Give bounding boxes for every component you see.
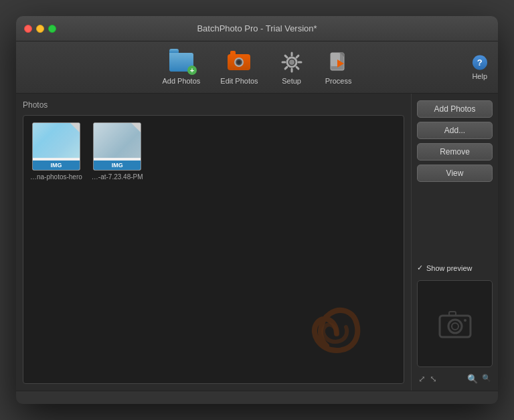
checkmark-icon: ✓ xyxy=(417,264,423,272)
window-title: BatchPhoto Pro - Trial Version* xyxy=(197,23,317,33)
zoom-in-icon[interactable]: 🔍 xyxy=(467,374,478,384)
toolbar-add-photos[interactable]: + Add Photos xyxy=(155,47,207,88)
edit-photos-icon xyxy=(228,54,250,70)
photos-section-label: Photos xyxy=(23,100,404,110)
photo-label-0: IMG xyxy=(33,161,80,170)
svg-point-18 xyxy=(464,319,466,322)
photo-icon-0: IMG xyxy=(32,122,80,171)
camera-placeholder-icon xyxy=(438,309,472,338)
process-icon-area xyxy=(326,49,351,75)
close-button[interactable] xyxy=(24,25,32,33)
svg-line-7 xyxy=(296,56,298,58)
plus-icon: + xyxy=(187,66,197,75)
add-photos-sidebar-button[interactable]: Add Photos xyxy=(417,100,493,118)
process-label: Process xyxy=(325,77,352,85)
toolbar-items: + Add Photos Edit Photos xyxy=(155,47,358,88)
show-preview-label: Show preview xyxy=(426,264,472,272)
traffic-lights xyxy=(24,25,56,33)
main-window: BatchPhoto Pro - Trial Version* + Add Ph… xyxy=(16,16,498,404)
content-area: Photos IMG …na-photos-hero xyxy=(16,94,498,391)
photos-panel: Photos IMG …na-photos-hero xyxy=(16,94,411,391)
add-photos-label: Add Photos xyxy=(162,77,200,85)
zoom-out-icon[interactable]: 🔍 xyxy=(482,374,491,384)
svg-point-16 xyxy=(452,323,458,330)
add-sidebar-button[interactable]: Add... xyxy=(417,122,493,139)
watermark-logo xyxy=(310,307,363,363)
photo-thumbnail-1 xyxy=(94,123,141,158)
add-photos-icon-area: + xyxy=(169,49,194,75)
gear-icon xyxy=(280,50,304,74)
toolbar-edit-photos[interactable]: Edit Photos xyxy=(213,47,264,88)
view-sidebar-button[interactable]: View xyxy=(417,165,493,182)
svg-line-5 xyxy=(285,56,287,58)
add-photos-icon: + xyxy=(169,53,193,72)
remove-sidebar-button[interactable]: Remove xyxy=(417,143,493,161)
photo-label-1: IMG xyxy=(94,161,141,170)
sidebar-spacer xyxy=(417,186,493,259)
toolbar-process[interactable]: Process xyxy=(319,47,359,88)
minimize-button[interactable] xyxy=(36,25,44,33)
help-circle-icon: ? xyxy=(473,55,487,70)
photo-filename-0: …na-photos-hero xyxy=(30,173,82,181)
process-icon xyxy=(327,50,351,74)
photo-filename-1: …-at-7.23.48-PM xyxy=(92,173,143,181)
sidebar: Add Photos Add... Remove View ✓ Show pre… xyxy=(411,94,498,391)
photos-grid[interactable]: IMG …na-photos-hero IMG …-at-7.23.48-PM xyxy=(23,115,404,384)
photo-thumbnail-0 xyxy=(33,123,80,158)
toolbar: + Add Photos Edit Photos xyxy=(16,41,498,94)
fit-icon[interactable]: ⤢ xyxy=(418,374,426,384)
toolbar-setup[interactable]: Setup xyxy=(272,47,312,88)
zoom-group: 🔍 🔍 xyxy=(467,374,491,384)
show-preview-row: ✓ Show preview xyxy=(417,264,493,272)
svg-point-9 xyxy=(289,60,294,65)
zoom-out-group: ⤢ ⤡ xyxy=(418,374,437,384)
setup-icon-area xyxy=(279,49,305,75)
fullscreen-icon[interactable]: ⤡ xyxy=(430,374,437,384)
titlebar: BatchPhoto Pro - Trial Version* xyxy=(16,16,498,41)
svg-line-6 xyxy=(296,67,298,69)
status-bar xyxy=(16,391,498,404)
photo-item-1[interactable]: IMG …-at-7.23.48-PM xyxy=(92,122,143,181)
preview-box xyxy=(417,280,493,367)
svg-line-8 xyxy=(285,67,287,69)
edit-photos-label: Edit Photos xyxy=(220,77,258,85)
svg-rect-17 xyxy=(449,312,456,316)
maximize-button[interactable] xyxy=(48,25,56,33)
help-button[interactable]: ? Help xyxy=(472,55,487,80)
svg-point-15 xyxy=(448,320,462,333)
photo-item-0[interactable]: IMG …na-photos-hero xyxy=(30,122,82,181)
edit-photos-icon-area xyxy=(226,49,252,75)
photo-icon-1: IMG xyxy=(93,122,141,171)
help-label: Help xyxy=(472,72,487,80)
setup-label: Setup xyxy=(282,77,301,85)
preview-controls: ⤢ ⤡ 🔍 🔍 xyxy=(417,374,493,384)
